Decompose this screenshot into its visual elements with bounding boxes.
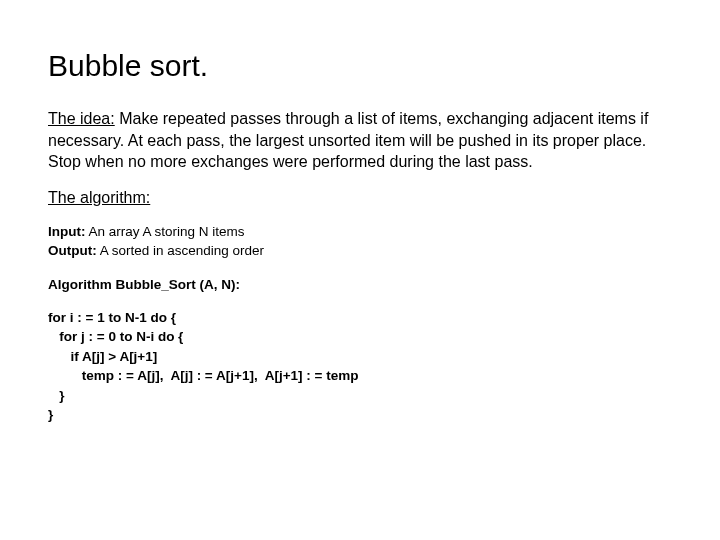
idea-paragraph: The idea: Make repeated passes through a… bbox=[48, 108, 672, 173]
idea-label: The idea: bbox=[48, 110, 115, 127]
algorithm-name: Algorithm Bubble_Sort (A, N): bbox=[48, 277, 672, 292]
algorithm-label: The algorithm: bbox=[48, 189, 672, 207]
input-text: An array A storing N items bbox=[85, 224, 244, 239]
input-label: Input: bbox=[48, 224, 85, 239]
slide: Bubble sort. The idea: Make repeated pas… bbox=[0, 0, 720, 465]
output-text: A sorted in ascending order bbox=[97, 243, 264, 258]
output-label: Output: bbox=[48, 243, 97, 258]
page-title: Bubble sort. bbox=[48, 48, 672, 84]
idea-text: Make repeated passes through a list of i… bbox=[48, 110, 648, 170]
pseudocode: for i : = 1 to N-1 do { for j : = 0 to N… bbox=[48, 308, 672, 425]
io-block: Input: An array A storing N items Output… bbox=[48, 223, 672, 261]
